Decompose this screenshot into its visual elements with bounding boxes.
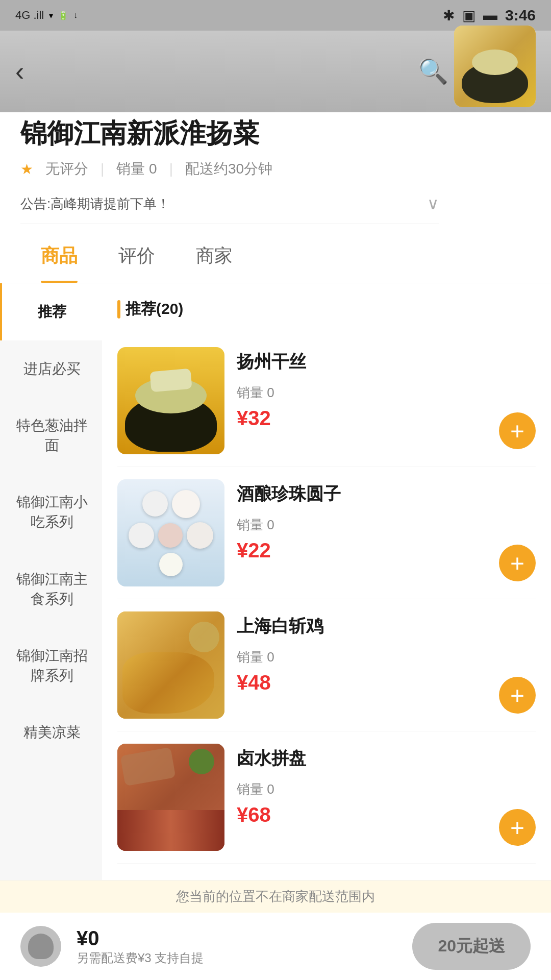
product-name: 上海白斩鸡 — [237, 615, 487, 638]
product-image-yangzhou — [117, 347, 224, 454]
header: ‹ 🔍 ☆ ⋮ — [0, 31, 551, 112]
section-bar-icon — [117, 300, 120, 318]
cart-sub-text: 另需配送费¥3 支持自提 — [77, 950, 397, 966]
sidebar-item-snacks[interactable]: 锦御江南小吃系列 — [0, 474, 102, 550]
wifi-icon: ▾ — [49, 11, 53, 20]
download-icon: ↓ — [73, 11, 78, 20]
divider2: | — [169, 161, 173, 177]
product-price: ¥48 — [237, 671, 487, 694]
sidebar-item-cold-dishes[interactable]: 精美凉菜 — [0, 704, 102, 761]
main-card: 锦御江南新派淮扬菜 ★ 无评分 | 销量 0 | 配送约30分钟 公告:高峰期请… — [0, 97, 551, 980]
announcement-bar: 公告:高峰期请提前下单！ ∨ — [20, 189, 439, 224]
back-button[interactable]: ‹ — [15, 56, 24, 87]
cart-bar: ¥0 另需配送费¥3 支持自提 20元起送 — [0, 913, 551, 980]
header-left: ‹ — [15, 56, 24, 87]
tab-reviews[interactable]: 评价 — [98, 229, 176, 283]
section-title: 推荐(20) — [126, 299, 183, 320]
sidebar-item-signature[interactable]: 锦御江南招牌系列 — [0, 627, 102, 704]
product-name: 扬州干丝 — [237, 350, 487, 374]
restaurant-name: 锦御江南新派淮扬菜 — [20, 117, 439, 149]
product-image-platter — [117, 744, 224, 851]
sidebar-item-must-buy[interactable]: 进店必买 — [0, 340, 102, 397]
restaurant-meta: ★ 无评分 | 销量 0 | 配送约30分钟 — [20, 159, 439, 179]
thumbnail-image — [454, 26, 536, 107]
product-item: 上海白斩鸡 销量 0 ¥48 + — [117, 599, 536, 731]
bluetooth-icon: ✱ — [443, 7, 455, 24]
product-info-tangyuan: 酒酿珍珠圆子 销量 0 ¥22 — [237, 479, 487, 562]
cart-price: ¥0 — [77, 927, 397, 950]
product-sales: 销量 0 — [237, 516, 487, 534]
product-sales: 销量 0 — [237, 780, 487, 798]
product-image-tangyuan — [117, 479, 224, 586]
product-price: ¥22 — [237, 539, 487, 562]
cart-info: ¥0 另需配送费¥3 支持自提 — [77, 927, 397, 966]
product-item: 酒酿珍珠圆子 销量 0 ¥22 + — [117, 467, 536, 599]
chevron-down-icon[interactable]: ∨ — [427, 194, 439, 213]
delivery-text: 配送约30分钟 — [185, 159, 272, 179]
sidebar-item-recommended[interactable]: 推荐 — [0, 283, 102, 340]
add-to-cart-button[interactable]: + — [499, 809, 536, 846]
product-price: ¥32 — [237, 407, 487, 430]
bottom-bar: 您当前的位置不在商家配送范围内 ¥0 另需配送费¥3 支持自提 20元起送 — [0, 880, 551, 980]
star-icon: ★ — [20, 161, 33, 178]
product-price: ¥68 — [237, 803, 487, 826]
restaurant-info: 锦御江南新派淮扬菜 ★ 无评分 | 销量 0 | 配送约30分钟 公告:高峰期请… — [0, 97, 551, 224]
add-to-cart-button[interactable]: + — [499, 677, 536, 714]
product-sales: 销量 0 — [237, 648, 487, 666]
product-item: 扬州干丝 销量 0 ¥32 + — [117, 335, 536, 467]
add-to-cart-button[interactable]: + — [499, 412, 536, 449]
tab-merchant[interactable]: 商家 — [176, 229, 253, 283]
product-info-platter: 卤水拼盘 销量 0 ¥68 — [237, 744, 487, 826]
product-info-yangzhou: 扬州干丝 销量 0 ¥32 — [237, 347, 487, 430]
status-right: ✱ ▣ ▬ 3:46 — [443, 7, 536, 24]
sidebar: 推荐 进店必买 特色葱油拌面 锦御江南小吃系列 锦御江南主食系列 锦御江南招牌系… — [0, 283, 102, 980]
content-layout: 推荐 进店必买 特色葱油拌面 锦御江南小吃系列 锦御江南主食系列 锦御江南招牌系… — [0, 283, 551, 980]
search-icon[interactable]: 🔍 — [418, 57, 448, 86]
product-list: 推荐(20) 扬州干丝 销量 0 — [102, 283, 551, 980]
section-header: 推荐(20) — [117, 293, 536, 325]
product-info-chicken: 上海白斩鸡 销量 0 ¥48 — [237, 611, 487, 694]
status-time: 3:46 — [505, 7, 536, 24]
status-left: 4G .ill ▾ 🔋 ↓ — [15, 9, 78, 22]
tab-bar: 商品 评价 商家 — [0, 229, 551, 283]
delivery-notice: 您当前的位置不在商家配送范围内 — [0, 880, 551, 913]
product-image-chicken — [117, 611, 224, 719]
product-name: 酒酿珍珠圆子 — [237, 482, 487, 506]
battery-full-icon: ▬ — [483, 7, 497, 23]
add-to-cart-button[interactable]: + — [499, 545, 536, 581]
product-sales: 销量 0 — [237, 384, 487, 402]
cart-avatar — [20, 926, 61, 967]
sales-text: 销量 0 — [116, 159, 157, 179]
rating-text: 无评分 — [45, 159, 88, 179]
product-item: 卤水拼盘 销量 0 ¥68 + — [117, 731, 536, 864]
signal-icon: 4G .ill — [15, 9, 44, 22]
battery-icon: 🔋 — [58, 11, 68, 20]
sidebar-item-staple[interactable]: 锦御江南主食系列 — [0, 551, 102, 627]
divider1: | — [101, 161, 104, 177]
product-name: 卤水拼盘 — [237, 747, 487, 770]
checkout-button[interactable]: 20元起送 — [412, 923, 531, 970]
signal-bars-icon: ▣ — [462, 7, 475, 24]
announcement-text: 公告:高峰期请提前下单！ — [20, 195, 170, 213]
sidebar-item-scallion-noodle[interactable]: 特色葱油拌面 — [0, 397, 102, 474]
tab-products[interactable]: 商品 — [20, 229, 98, 283]
restaurant-thumbnail — [454, 26, 536, 107]
